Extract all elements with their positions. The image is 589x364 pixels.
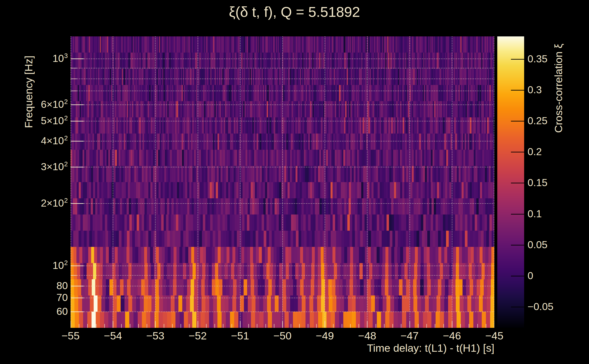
x-tick-label: −45 <box>469 330 519 342</box>
colorbar-tick-label: 0.3 <box>528 84 542 96</box>
y-tick-mantissa: 5×10 <box>41 115 64 126</box>
heatmap-canvas <box>71 36 494 328</box>
y-tick-exponent: 2 <box>64 160 68 168</box>
y-tick-mantissa: 3×10 <box>41 161 64 172</box>
y-tick-exponent: 2 <box>64 259 68 266</box>
colorbar-tick-label: 0.05 <box>528 239 548 251</box>
y-tick-mantissa: 4×10 <box>41 135 64 147</box>
y-tick-label: 103 <box>8 52 68 65</box>
colorbar-tick-label: 0.1 <box>528 208 542 220</box>
y-tick-label: 3×102 <box>8 161 68 174</box>
colorbar-tick-label: 0.15 <box>528 177 548 188</box>
y-tick-label: 2×102 <box>8 197 68 210</box>
x-axis-title: Time delay: t(L1) - t(H1) [s] <box>0 342 494 354</box>
colorbar-gradient <box>497 36 524 328</box>
y-tick-label: 6×102 <box>8 98 68 111</box>
y-tick-mantissa: 2×10 <box>41 197 64 209</box>
y-tick-exponent: 2 <box>64 98 68 105</box>
y-tick-mantissa: 80 <box>56 280 68 292</box>
colorbar-tick-label: 0.25 <box>528 115 548 127</box>
colorbar-tick-label: 0.35 <box>528 53 548 65</box>
colorbar-tick-label: 0 <box>528 270 533 282</box>
y-tick-label: 70 <box>8 292 68 304</box>
colorbar-title: Cross-correlation ξ <box>552 44 565 133</box>
y-tick-mantissa: 10 <box>52 52 64 64</box>
y-tick-label: 60 <box>8 306 68 317</box>
y-tick-exponent: 2 <box>64 114 68 122</box>
y-tick-label: 4×102 <box>8 135 68 148</box>
colorbar-tick-label: 0.2 <box>528 146 542 158</box>
y-tick-exponent: 2 <box>64 134 68 142</box>
y-tick-label: 102 <box>8 260 68 273</box>
y-tick-label: 5×102 <box>8 115 68 128</box>
y-tick-mantissa: 70 <box>56 292 68 303</box>
colorbar-tick-label: −0.05 <box>528 301 554 312</box>
cross-correlation-heatmap-figure: ξ(δ t, f), Q = 5.51892 Frequency [Hz] Ti… <box>0 0 589 364</box>
y-tick-mantissa: 6×10 <box>41 98 64 110</box>
chart-title: ξ(δ t, f), Q = 5.51892 <box>0 4 589 20</box>
y-tick-mantissa: 10 <box>52 260 64 271</box>
y-tick-mantissa: 60 <box>56 306 68 317</box>
y-tick-exponent: 3 <box>64 52 68 59</box>
y-tick-exponent: 2 <box>64 197 68 204</box>
y-tick-label: 80 <box>8 280 68 292</box>
